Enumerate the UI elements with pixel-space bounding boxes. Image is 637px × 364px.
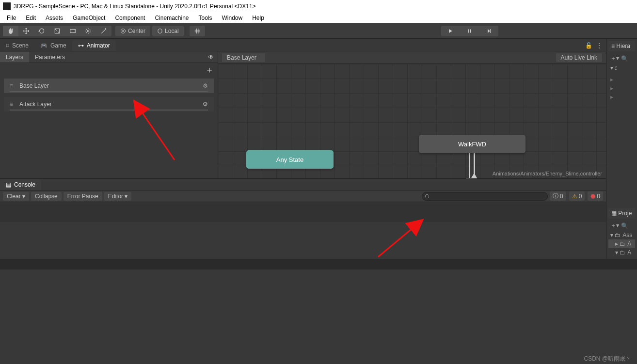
animator-graph-panel: Base Layer Auto Live Link Any State bbox=[218, 51, 606, 178]
error-count[interactable]: ⬣0 bbox=[588, 191, 603, 201]
drag-handle-icon[interactable]: ≡ bbox=[10, 101, 16, 108]
tab-project[interactable]: ▦ Proje bbox=[608, 208, 635, 219]
console-error-pause-button[interactable]: Error Pause bbox=[64, 192, 102, 201]
main-area: Layers Parameters 👁 ＋ ≡ Base Layer ⚙ ≡ A… bbox=[0, 51, 606, 178]
node-any-state-label: Any State bbox=[276, 156, 303, 163]
asset-path-label: Animations/Animators/Enemy_Slime.control… bbox=[493, 171, 602, 176]
warn-icon: ⚠ bbox=[572, 193, 577, 200]
animator-subtabs: Layers Parameters 👁 bbox=[0, 51, 218, 63]
console-collapse-button[interactable]: Collapse bbox=[31, 192, 62, 201]
animator-layers-panel: Layers Parameters 👁 ＋ ≡ Base Layer ⚙ ≡ A… bbox=[0, 51, 218, 178]
tab-menu-icon[interactable]: ⋮ bbox=[596, 42, 602, 49]
play-controls bbox=[441, 26, 498, 36]
transform-tool[interactable] bbox=[80, 26, 96, 36]
tab-scene[interactable]: ⌗ Scene bbox=[0, 40, 34, 51]
rotate-tool[interactable] bbox=[34, 26, 49, 36]
console-toolbar: Clear ▾ Collapse Error Pause Editor ▾ ⓘ0… bbox=[0, 190, 606, 202]
hierarchy-scene-row[interactable]: ▾ ⟟ bbox=[608, 63, 635, 72]
menu-edit[interactable]: Edit bbox=[22, 14, 40, 22]
main-toolbar: Center Local bbox=[0, 23, 637, 39]
console-search-input[interactable] bbox=[422, 192, 548, 201]
grid-snap-button[interactable] bbox=[190, 26, 205, 36]
gear-icon[interactable]: ⚙ bbox=[203, 82, 208, 89]
console-body bbox=[0, 202, 606, 222]
menu-file[interactable]: File bbox=[3, 14, 20, 22]
tab-animator[interactable]: ⊶ Animator bbox=[72, 40, 116, 51]
info-count[interactable]: ⓘ0 bbox=[550, 191, 566, 201]
gear-icon[interactable]: ⚙ bbox=[203, 101, 208, 108]
menu-gameobject[interactable]: GameObject bbox=[69, 14, 109, 22]
menu-component[interactable]: Component bbox=[111, 14, 149, 22]
console-editor-dropdown[interactable]: Editor ▾ bbox=[104, 192, 132, 201]
svg-point-4 bbox=[121, 29, 126, 33]
scene-icon: ⌗ bbox=[6, 42, 9, 49]
warn-count[interactable]: ⚠0 bbox=[569, 191, 585, 201]
subtab-parameters[interactable]: Parameters bbox=[29, 52, 71, 63]
menu-window[interactable]: Window bbox=[218, 14, 247, 22]
move-tool[interactable] bbox=[18, 26, 34, 36]
pivot-local-toggle[interactable]: Local bbox=[152, 26, 184, 36]
project-assets-row[interactable]: ▾ 🗀 Ass bbox=[608, 231, 635, 239]
layer-base-label: Base Layer bbox=[19, 82, 49, 89]
svg-rect-7 bbox=[491, 29, 492, 33]
hierarchy-collapsed-3[interactable]: ▸ bbox=[608, 93, 635, 101]
transition-walk-idle[interactable] bbox=[469, 153, 470, 178]
layer-base[interactable]: ≡ Base Layer ⚙ bbox=[4, 79, 214, 93]
project-sub-a1[interactable]: ▸ 🗀 A bbox=[608, 239, 635, 248]
tab-hierarchy[interactable]: ≡ Hiera bbox=[608, 41, 635, 51]
drag-handle-icon[interactable]: ≡ bbox=[10, 82, 16, 89]
hierarchy-add-button[interactable]: ＋▾ 🔍 bbox=[608, 53, 635, 63]
custom-tool[interactable] bbox=[96, 26, 111, 36]
transform-tools bbox=[3, 26, 111, 36]
rect-tool[interactable] bbox=[65, 26, 80, 36]
node-walk-fwd[interactable]: WalkFWD bbox=[419, 135, 526, 153]
node-any-state[interactable]: Any State bbox=[246, 150, 334, 169]
svg-point-2 bbox=[87, 30, 89, 32]
arrowhead-icon bbox=[471, 173, 478, 178]
project-sub-a2[interactable]: ▾ 🗀 A bbox=[608, 248, 635, 257]
menu-assets[interactable]: Assets bbox=[42, 14, 67, 22]
step-button[interactable] bbox=[480, 26, 498, 36]
console-clear-button[interactable]: Clear ▾ bbox=[3, 192, 29, 201]
menu-cinemachine[interactable]: Cinemachine bbox=[151, 14, 192, 22]
pivot-local-label: Local bbox=[165, 28, 179, 34]
tab-console[interactable]: ▤ Console bbox=[0, 179, 41, 190]
scale-tool[interactable] bbox=[49, 26, 65, 36]
menu-help[interactable]: Help bbox=[248, 14, 268, 22]
pivot-center-toggle[interactable]: Center bbox=[115, 26, 150, 36]
hand-tool[interactable] bbox=[3, 26, 18, 36]
menu-tools[interactable]: Tools bbox=[195, 14, 216, 22]
console-search[interactable] bbox=[422, 192, 548, 201]
hierarchy-collapsed-2[interactable]: ▸ bbox=[608, 84, 635, 93]
error-icon: ⬣ bbox=[590, 193, 595, 200]
info-icon: ⓘ bbox=[553, 192, 558, 200]
project-add-button[interactable]: ＋▾ 🔍 bbox=[608, 221, 635, 231]
menu-bar: File Edit Assets GameObject Component Ci… bbox=[0, 13, 637, 23]
title-bar: 3DRPG - SampleScene - PC, Mac & Linux St… bbox=[0, 0, 637, 13]
window-title: 3DRPG - SampleScene - PC, Mac & Linux St… bbox=[14, 3, 256, 10]
layer-attack-label: Attack Layer bbox=[19, 101, 52, 108]
watermark: CSDN @听雨眠丶 bbox=[584, 355, 631, 363]
play-button[interactable] bbox=[441, 26, 460, 36]
animator-breadcrumb: Base Layer Auto Live Link bbox=[218, 51, 606, 64]
pause-button[interactable] bbox=[461, 26, 479, 36]
svg-point-3 bbox=[123, 30, 124, 32]
breadcrumb-base-layer[interactable]: Base Layer bbox=[222, 53, 265, 62]
status-bar bbox=[0, 259, 637, 269]
console-panel: ▤ Console Clear ▾ Collapse Error Pause E… bbox=[0, 178, 606, 222]
auto-live-link-button[interactable]: Auto Live Link bbox=[556, 53, 602, 62]
hierarchy-collapsed-1[interactable]: ▸ bbox=[608, 75, 635, 84]
tab-scene-label: Scene bbox=[12, 42, 29, 49]
tab-animator-label: Animator bbox=[87, 42, 110, 49]
lock-icon[interactable]: 🔓 bbox=[585, 42, 592, 49]
svg-rect-1 bbox=[70, 29, 76, 32]
tab-game[interactable]: 🎮 Game bbox=[34, 40, 72, 51]
svg-rect-6 bbox=[470, 29, 471, 32]
animator-graph-canvas[interactable]: Any State Entry IdleNormal WalkFWD Anima… bbox=[218, 64, 606, 178]
editor-tabs: ⌗ Scene 🎮 Game ⊶ Animator 🔓 ⋮ bbox=[0, 39, 606, 51]
visibility-eye-icon[interactable]: 👁 bbox=[204, 52, 218, 63]
add-layer-button[interactable]: ＋ bbox=[205, 64, 214, 76]
svg-rect-5 bbox=[468, 29, 469, 32]
subtab-layers[interactable]: Layers bbox=[0, 52, 29, 63]
layer-attack[interactable]: ≡ Attack Layer ⚙ bbox=[4, 97, 214, 111]
